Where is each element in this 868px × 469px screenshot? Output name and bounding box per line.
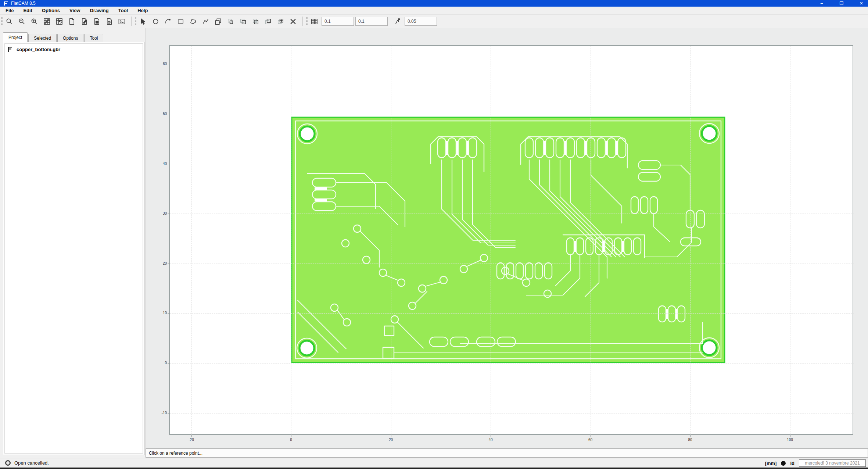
- reference-prompt-bar: Click on a reference point...: [146, 448, 868, 458]
- y-tick-label: 50: [155, 112, 167, 116]
- y-tick-mark: [168, 413, 170, 413]
- pcb-gerber-plot[interactable]: [291, 117, 725, 363]
- clear-plot-icon: [43, 18, 51, 25]
- import-file-button[interactable]: [104, 16, 114, 26]
- intersection-button[interactable]: [250, 16, 261, 26]
- flatcam-window: FlatCAM 8.5 – ❐ ✕ File Edit Options View…: [0, 0, 868, 469]
- toolbar-separator: [302, 17, 303, 26]
- union-button[interactable]: [238, 16, 248, 26]
- delete-button[interactable]: [288, 16, 298, 26]
- buffer-button[interactable]: [225, 16, 236, 26]
- clear-plot-button[interactable]: [42, 16, 52, 26]
- edit-file-button[interactable]: [79, 16, 89, 26]
- menu-help[interactable]: Help: [133, 7, 153, 15]
- plot-canvas[interactable]: -200204060801006050403020100-10: [169, 45, 853, 435]
- toolbar-grip[interactable]: [135, 17, 136, 26]
- subtract-button[interactable]: [263, 16, 273, 26]
- add-rectangle-button[interactable]: [175, 16, 186, 26]
- gridline-vertical: [391, 46, 391, 436]
- y-tick-label: -10: [155, 411, 167, 415]
- zoom-fit-button[interactable]: [4, 16, 14, 26]
- tab-project[interactable]: Project: [3, 32, 28, 42]
- menu-tool[interactable]: Tool: [114, 7, 133, 15]
- menu-options[interactable]: Options: [37, 7, 65, 15]
- gridline-horizontal: [170, 164, 854, 164]
- save-file-button[interactable]: [92, 16, 102, 26]
- zoom-in-icon: [31, 18, 38, 25]
- copy-icon: [214, 18, 222, 25]
- snap-grid-y-input[interactable]: [355, 17, 388, 26]
- titlebar: FlatCAM 8.5 – ❐ ✕: [0, 0, 868, 7]
- status-dot-icon: [781, 461, 786, 466]
- move-button[interactable]: [275, 16, 286, 26]
- shell-button[interactable]: [116, 16, 127, 26]
- toolbar: [0, 15, 868, 28]
- menu-file[interactable]: File: [1, 7, 18, 15]
- x-tick-mark: [591, 435, 591, 437]
- select-button[interactable]: [138, 16, 148, 26]
- snap-grid-x-input[interactable]: [322, 17, 354, 26]
- minimize-button[interactable]: –: [818, 1, 825, 6]
- zoom-out-icon: [18, 18, 26, 25]
- menu-drawing[interactable]: Drawing: [85, 7, 113, 15]
- new-file-button[interactable]: [67, 16, 77, 26]
- snap-max-distance-input[interactable]: [405, 17, 437, 26]
- tree-item-copper-bottom[interactable]: copper_bottom.gbr: [5, 44, 143, 52]
- y-tick-mark: [168, 313, 170, 314]
- x-tick-mark: [391, 435, 391, 437]
- date-box: mercoledì 3 novembre 2021: [799, 459, 866, 467]
- menu-view[interactable]: View: [65, 7, 85, 15]
- taskbar-edge: [0, 468, 868, 469]
- gridline-horizontal: [170, 413, 854, 413]
- corner-snap-icon: [394, 18, 401, 25]
- x-tick-mark: [790, 435, 790, 437]
- select-arrow-icon: [139, 18, 147, 25]
- add-polygon-button[interactable]: [188, 16, 198, 26]
- gridline-vertical: [491, 46, 491, 436]
- y-tick-mark: [168, 164, 170, 164]
- snap-grid-toggle-button[interactable]: [309, 16, 319, 26]
- units-label[interactable]: [mm]: [765, 461, 777, 466]
- status-message: Open cancelled.: [14, 460, 49, 466]
- circle-icon: [152, 18, 159, 25]
- close-button[interactable]: ✕: [858, 1, 865, 6]
- tab-tool[interactable]: Tool: [84, 34, 103, 42]
- union-icon: [239, 18, 247, 25]
- import-file-icon: [105, 18, 113, 25]
- arc-icon: [164, 18, 172, 25]
- flatcam-flag-icon: [7, 46, 13, 52]
- delete-x-icon: [289, 18, 297, 25]
- gridline-horizontal: [170, 214, 854, 214]
- subtract-icon: [264, 18, 272, 25]
- add-path-button[interactable]: [200, 16, 211, 26]
- gridline-horizontal: [170, 264, 854, 264]
- replot-button[interactable]: [54, 16, 64, 26]
- tab-selected[interactable]: Selected: [28, 34, 57, 42]
- restore-button[interactable]: ❐: [838, 1, 845, 6]
- tab-options[interactable]: Options: [57, 34, 83, 42]
- zoom-in-button[interactable]: [29, 16, 39, 26]
- menu-edit[interactable]: Edit: [18, 7, 37, 15]
- x-tick-label: 100: [785, 438, 796, 442]
- zoom-out-button[interactable]: [17, 16, 27, 26]
- copy-button[interactable]: [213, 16, 223, 26]
- x-tick-mark: [191, 435, 192, 437]
- y-tick-mark: [168, 214, 170, 214]
- x-tick-mark: [690, 435, 691, 437]
- polygon-icon: [189, 18, 197, 25]
- edit-file-icon: [80, 18, 88, 25]
- corner-snap-toggle-button[interactable]: [392, 16, 402, 26]
- y-tick-mark: [168, 64, 170, 64]
- save-file-icon: [93, 18, 101, 25]
- toolbar-grip[interactable]: [1, 17, 3, 26]
- new-file-icon: [68, 18, 76, 25]
- gridline-vertical: [191, 46, 192, 436]
- plot-region: -200204060801006050403020100-10: [146, 28, 868, 448]
- add-arc-button[interactable]: [163, 16, 173, 26]
- x-tick-label: 20: [385, 438, 397, 442]
- x-tick-label: 40: [485, 438, 496, 442]
- toolbar-grip[interactable]: [306, 17, 308, 26]
- project-panel: copper_bottom.gbr: [3, 42, 144, 455]
- add-circle-button[interactable]: [150, 16, 161, 26]
- snap-grid-icon: [311, 18, 318, 25]
